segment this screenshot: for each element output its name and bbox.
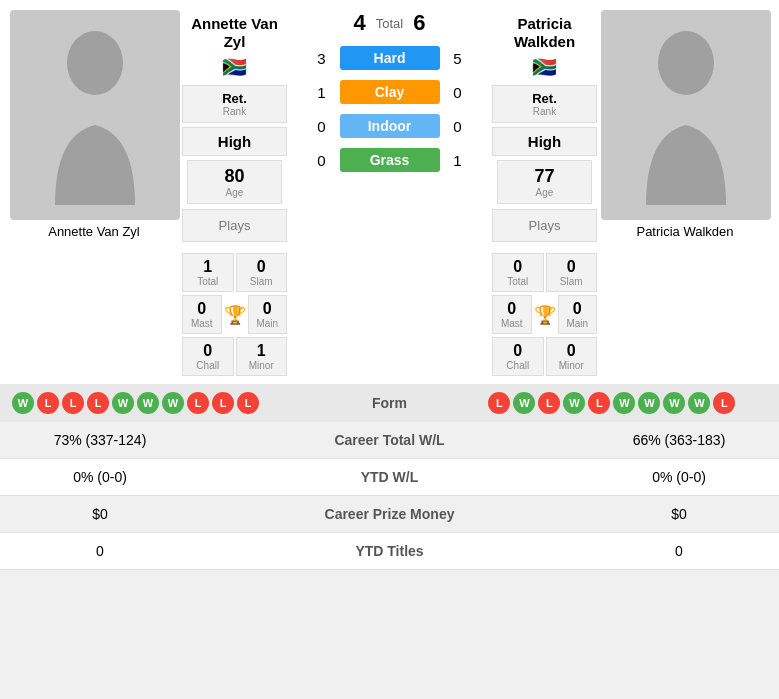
left-player-flag: 🇿🇦: [222, 55, 247, 79]
career-wl-label: Career Total W/L: [200, 422, 579, 459]
right-total-lbl: Total: [507, 276, 528, 287]
form-badge-w: W: [613, 392, 635, 414]
form-badge-l: L: [37, 392, 59, 414]
form-badge-w: W: [663, 392, 685, 414]
form-badge-w: W: [563, 392, 585, 414]
hard-row: 3 Hard 5: [312, 46, 468, 70]
left-extra-spacer: [10, 253, 178, 376]
left-chall-cell: 0 Chall: [182, 337, 234, 376]
main-container: Annette Van Zyl Annette Van Zyl 🇿🇦 Ret. …: [0, 0, 779, 570]
right-total-val: 0: [513, 258, 522, 276]
clay-row: 1 Clay 0: [312, 80, 468, 104]
right-player-photo: [601, 10, 771, 220]
left-main-cell: 0 Main: [248, 295, 288, 334]
left-age-box: 80 Age: [187, 160, 282, 204]
indoor-right: 0: [448, 118, 468, 135]
titles-left: 0: [0, 533, 200, 570]
right-chall-lbl: Chall: [506, 360, 529, 371]
right-trophy-icon: 🏆: [534, 304, 556, 326]
form-badge-l: L: [713, 392, 735, 414]
left-stats-grid-top: 1 Total 0 Slam: [182, 253, 287, 292]
indoor-row: 0 Indoor 0: [312, 114, 468, 138]
left-total-lbl: Total: [197, 276, 218, 287]
total-row: 4 Total 6: [291, 10, 488, 36]
grass-badge: Grass: [340, 148, 440, 172]
left-player-name-below-photo: Annette Van Zyl: [10, 220, 178, 243]
left-slam-lbl: Slam: [250, 276, 273, 287]
titles-label: YTD Titles: [200, 533, 579, 570]
right-high-value: High: [497, 133, 592, 150]
center-column: 4 Total 6 3 Hard 5 1 Clay 0 0 Indoor 0: [291, 10, 488, 243]
prize-left: $0: [0, 496, 200, 533]
left-player-photo: [10, 10, 180, 220]
left-rank-label: Rank: [187, 106, 282, 117]
ytd-wl-left: 0% (0-0): [0, 459, 200, 496]
right-slam-lbl: Slam: [560, 276, 583, 287]
left-total-cell: 1 Total: [182, 253, 234, 292]
left-high-value: High: [187, 133, 282, 150]
indoor-badge: Indoor: [340, 114, 440, 138]
left-rank-box: Ret. Rank: [182, 85, 287, 123]
left-plays-box: Plays: [182, 209, 287, 242]
ytd-wl-label: YTD W/L: [200, 459, 579, 496]
grass-row: 0 Grass 1: [312, 148, 468, 172]
right-mast-lbl: Mast: [501, 318, 523, 329]
right-rank-value: Ret.: [497, 91, 592, 106]
left-form-badges: WLLLWWWLLL: [12, 392, 291, 414]
form-badge-l: L: [488, 392, 510, 414]
extra-stats-row: 1 Total 0 Slam 0 Mast 🏆 0 Main: [0, 253, 779, 384]
left-age-value: 80: [196, 166, 273, 187]
right-main-val: 0: [573, 300, 582, 318]
right-main-cell: 0 Main: [558, 295, 598, 334]
form-badge-w: W: [112, 392, 134, 414]
right-age-label: Age: [506, 187, 583, 198]
left-minor-cell: 1 Minor: [236, 337, 288, 376]
left-chall-lbl: Chall: [196, 360, 219, 371]
left-mast-main-row: 0 Mast 🏆 0 Main: [182, 295, 287, 334]
left-player-name: Annette Van Zyl: [182, 15, 287, 55]
left-rank-value: Ret.: [187, 91, 282, 106]
hard-right: 5: [448, 50, 468, 67]
grass-right: 1: [448, 152, 468, 169]
right-total-cell: 0 Total: [492, 253, 544, 292]
titles-right: 0: [579, 533, 779, 570]
left-trophy-icon: 🏆: [224, 304, 246, 326]
left-chall-minor-row: 0 Chall 1 Minor: [182, 337, 287, 376]
right-extra-stats: 0 Total 0 Slam 0 Mast 🏆 0 Main: [492, 253, 597, 376]
right-form-badges: LWLWLWWWWL: [488, 392, 767, 414]
hard-left: 3: [312, 50, 332, 67]
prize-right: $0: [579, 496, 779, 533]
form-badge-w: W: [513, 392, 535, 414]
left-extra-stats: 1 Total 0 Slam 0 Mast 🏆 0 Main: [182, 253, 287, 376]
left-total-val: 1: [203, 258, 212, 276]
right-minor-cell: 0 Minor: [546, 337, 598, 376]
center-extra-spacer: [291, 253, 488, 376]
hard-badge: Hard: [340, 46, 440, 70]
prize-row: $0 Career Prize Money $0: [0, 496, 779, 533]
left-high-box: High: [182, 127, 287, 156]
right-stats-panel: Patricia Walkden 🇿🇦 Ret. Rank High 77 Ag…: [492, 10, 597, 243]
form-badge-w: W: [12, 392, 34, 414]
form-badge-l: L: [212, 392, 234, 414]
left-age-label: Age: [196, 187, 273, 198]
right-slam-val: 0: [567, 258, 576, 276]
right-slam-cell: 0 Slam: [546, 253, 598, 292]
left-minor-val: 1: [257, 342, 266, 360]
right-plays-box: Plays: [492, 209, 597, 242]
right-minor-lbl: Minor: [559, 360, 584, 371]
right-main-lbl: Main: [566, 318, 588, 329]
form-badge-l: L: [62, 392, 84, 414]
stats-table: 73% (337-124) Career Total W/L 66% (363-…: [0, 422, 779, 570]
right-player-name: Patricia Walkden: [492, 15, 597, 55]
right-chall-cell: 0 Chall: [492, 337, 544, 376]
right-rank-label: Rank: [497, 106, 592, 117]
form-badge-w: W: [638, 392, 660, 414]
left-mast-lbl: Mast: [191, 318, 213, 329]
right-mast-cell: 0 Mast: [492, 295, 532, 334]
total-left: 4: [354, 10, 366, 36]
total-right: 6: [413, 10, 425, 36]
left-stats-panel: Annette Van Zyl 🇿🇦 Ret. Rank High 80 Age…: [182, 10, 287, 243]
left-main-val: 0: [263, 300, 272, 318]
form-badge-l: L: [237, 392, 259, 414]
right-extra-spacer: [601, 253, 769, 376]
